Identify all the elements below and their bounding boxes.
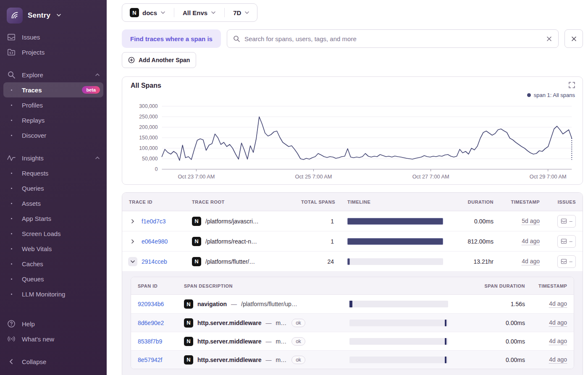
timestamp-value: 4d ago (522, 258, 540, 265)
timestamp-cell: 4d ago (500, 258, 546, 265)
col-trace-root: TRACE ROOT (185, 199, 294, 205)
legend-dot-icon (527, 93, 531, 97)
remove-span-filter-button[interactable] (564, 29, 583, 48)
line-chart-svg: 300,000250,000200,000150,000100,00050,00… (126, 98, 578, 182)
chart-legend-item[interactable]: span 1: All spans (527, 92, 575, 98)
span-search-box[interactable] (227, 29, 559, 48)
span-timestamp-cell: 4d ago (532, 319, 574, 327)
issues-chip-button[interactable]: – (557, 235, 576, 248)
sidebar-item-queries[interactable]: Queries (0, 181, 107, 196)
nextjs-platform-icon: N (192, 237, 201, 246)
environment-selector[interactable]: All Envs (181, 9, 218, 16)
span-search-input[interactable] (244, 35, 542, 42)
span-table-row: 8e57942fNhttp.server.middleware—m…ok0.00… (131, 350, 574, 369)
sidebar-collapse-button[interactable]: Collapse (0, 354, 107, 369)
span-id-link[interactable]: 8e57942f (138, 357, 162, 363)
trace-id-cell: e064e980 (122, 237, 185, 246)
timestamp-value: 4d ago (549, 300, 567, 308)
divider (224, 8, 225, 17)
bullet-icon (7, 203, 16, 204)
issues-chip-button[interactable]: – (557, 215, 576, 228)
svg-text:50,000: 50,000 (142, 156, 158, 162)
col-issues: ISSUES (546, 199, 583, 205)
nextjs-platform-icon: N (184, 299, 193, 309)
sidebar-item-requests[interactable]: Requests (0, 165, 107, 181)
span-timeline-track (349, 301, 448, 307)
sidebar-item-caches[interactable]: Caches (0, 256, 107, 271)
sidebar-item-label: LLM Monitoring (22, 291, 65, 298)
sidebar-item-profiles[interactable]: Profiles (0, 97, 107, 113)
sidebar-item-screen-loads[interactable]: Screen Loads (0, 226, 107, 241)
expand-fullscreen-icon[interactable] (569, 82, 575, 90)
svg-text:200,000: 200,000 (139, 124, 158, 130)
span-table-row: 920934b6Nnavigation—/platforms/flutter/u… (131, 295, 574, 313)
bullet-icon (7, 233, 16, 234)
trace-id-link[interactable]: 2914cceb (142, 258, 167, 265)
add-another-span-button[interactable]: Add Another Span (122, 52, 196, 68)
page-filter-bar: N docs All Envs 7D (122, 3, 583, 22)
sidebar-section-insights[interactable]: Insights (0, 150, 107, 165)
project-name: docs (142, 9, 157, 16)
sidebar-section-explore[interactable]: Explore (0, 67, 107, 82)
sidebar-footer: HelpWhat's new (0, 316, 107, 346)
collapse-row-button[interactable] (128, 257, 137, 266)
span-id-link[interactable]: 8d6e90e2 (138, 320, 164, 326)
trace-table-row: 2914ccebN/platforms/flutter/…2413.21hr4d… (122, 252, 583, 272)
issues-inbox-icon (561, 239, 567, 244)
span-duration-cell: 1.56s (477, 301, 532, 307)
sidebar-item-web-vitals[interactable]: Web Vitals (0, 241, 107, 256)
action-row: Add Another Span (122, 52, 583, 68)
timeline-cell (341, 238, 450, 245)
sidebar-item-traces[interactable]: Tracesbeta (3, 82, 103, 97)
total-spans-cell: 24 (294, 258, 341, 265)
span-id-link[interactable]: 920934b6 (138, 301, 164, 307)
trace-id-link[interactable]: e064e980 (142, 238, 168, 245)
trace-table-row: f1e0d7c3N/platforms/javascri…10.00ms5d a… (122, 211, 583, 231)
issues-cell: – (546, 215, 583, 228)
span-id-link[interactable]: 8538f7b9 (138, 338, 162, 345)
issues-chip-button[interactable]: – (557, 255, 576, 268)
svg-text:250,000: 250,000 (139, 114, 158, 120)
divider (174, 8, 174, 17)
sidebar-item-label: What's new (22, 336, 54, 343)
trace-id-link[interactable]: f1e0d7c3 (142, 218, 166, 225)
span-table-header: SPAN IDSPAN DESCRIPTIONSPAN DURATIONTIME… (131, 277, 574, 295)
trace-root-cell: N/platforms/javascri… (185, 217, 294, 226)
span-id-cell: 8d6e90e2 (131, 320, 177, 326)
sidebar-item-what-s-new[interactable]: What's new (0, 331, 107, 346)
span-table-row: 8538f7b9Nhttp.server.middleware—m…ok0.00… (131, 332, 574, 350)
sidebar-item-app-starts[interactable]: App Starts (0, 211, 107, 226)
page-filter-pill: N docs All Envs 7D (122, 3, 257, 22)
sidebar-item-discover[interactable]: Discover (0, 128, 107, 143)
clear-search-icon[interactable] (546, 36, 552, 42)
sidebar-item-help[interactable]: Help (0, 316, 107, 331)
sidebar-item-llm-monitoring[interactable]: LLM Monitoring (0, 286, 107, 302)
svg-text:300,000: 300,000 (139, 103, 158, 109)
project-selector[interactable]: N docs (128, 8, 167, 17)
col-duration: DURATION (450, 199, 500, 205)
sidebar-item-label: Screen Loads (22, 230, 61, 237)
all-spans-chart-panel: All Spans span 1: All spans 300,000250,0… (122, 76, 583, 185)
span-table: SPAN IDSPAN DESCRIPTIONSPAN DURATIONTIME… (131, 277, 574, 369)
trace-id-cell: 2914cceb (122, 257, 185, 266)
sidebar-item-label: Caches (22, 260, 43, 267)
date-range-selector[interactable]: 7D (231, 9, 251, 16)
timestamp-value: 4d ago (549, 319, 567, 327)
sidebar-item-queues[interactable]: Queues (0, 271, 107, 286)
expand-row-button[interactable] (128, 237, 137, 246)
sidebar-item-projects[interactable]: Projects (0, 45, 107, 60)
span-timeline-cell (343, 301, 477, 307)
span-duration-cell: 0.00ms (477, 357, 532, 363)
chevron-down-icon (211, 10, 216, 15)
expand-row-button[interactable] (128, 217, 137, 226)
issues-inbox-icon (561, 218, 567, 224)
sidebar-item-replays[interactable]: Replays (0, 113, 107, 128)
bullet-icon (7, 105, 16, 106)
sidebar-item-issues[interactable]: Issues (0, 29, 107, 45)
span-id-cell: 8e57942f (131, 357, 177, 363)
span-status-badge: ok (291, 337, 305, 346)
org-switcher[interactable]: Sentry (0, 4, 107, 29)
sidebar-item-assets[interactable]: Assets (0, 196, 107, 211)
col-trace-id: TRACE ID (122, 199, 185, 205)
sidebar-item-label: Requests (22, 170, 48, 177)
